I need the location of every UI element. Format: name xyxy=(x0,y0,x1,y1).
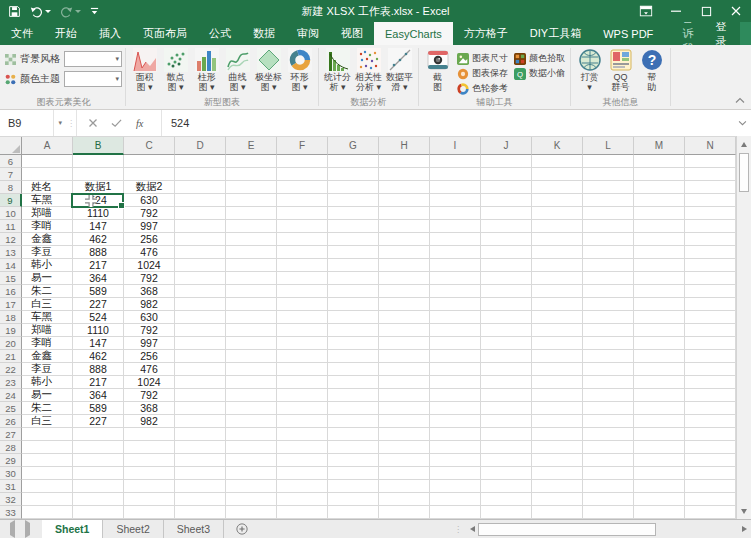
row-header-12[interactable]: 12 xyxy=(0,233,22,246)
cell-A29[interactable] xyxy=(22,454,73,467)
cell-C28[interactable] xyxy=(124,441,175,454)
cell-D26[interactable] xyxy=(175,415,226,428)
cell-L24[interactable] xyxy=(583,389,634,402)
cell-H16[interactable] xyxy=(379,285,430,298)
cell-B10[interactable]: 1110 xyxy=(73,207,124,220)
cell-F31[interactable] xyxy=(277,480,328,493)
cell-F33[interactable] xyxy=(277,506,328,519)
formula-bar-expand-button[interactable] xyxy=(733,110,751,136)
cell-B19[interactable]: 1110 xyxy=(73,324,124,337)
insert-function-icon[interactable]: fx xyxy=(135,117,150,129)
cell-E10[interactable] xyxy=(226,207,277,220)
cell-A10[interactable]: 郑喵 xyxy=(22,207,73,220)
cell-G26[interactable] xyxy=(328,415,379,428)
cell-J28[interactable] xyxy=(481,441,532,454)
cell-C18[interactable]: 630 xyxy=(124,311,175,324)
cell-H21[interactable] xyxy=(379,350,430,363)
cell-J9[interactable] xyxy=(481,194,532,207)
row-header-10[interactable]: 10 xyxy=(0,207,22,220)
cell-G12[interactable] xyxy=(328,233,379,246)
cell-J13[interactable] xyxy=(481,246,532,259)
cell-H20[interactable] xyxy=(379,337,430,350)
cell-M7[interactable] xyxy=(634,168,685,181)
cell-I6[interactable] xyxy=(430,155,481,168)
cell-E12[interactable] xyxy=(226,233,277,246)
tab-WPS PDF[interactable]: WPS PDF xyxy=(592,22,664,45)
cell-J20[interactable] xyxy=(481,337,532,350)
cell-C9[interactable]: 630 xyxy=(124,194,175,207)
cell-B15[interactable]: 364 xyxy=(73,272,124,285)
cell-J19[interactable] xyxy=(481,324,532,337)
column-header-G[interactable]: G xyxy=(328,137,379,155)
ribbon-display-options-button[interactable] xyxy=(631,0,661,22)
cell-C11[interactable]: 997 xyxy=(124,220,175,233)
enter-icon[interactable] xyxy=(111,118,122,128)
sheet-tab-Sheet1[interactable]: Sheet1 xyxy=(42,520,103,538)
cell-B32[interactable] xyxy=(73,493,124,506)
cell-L10[interactable] xyxy=(583,207,634,220)
cell-N26[interactable] xyxy=(685,415,736,428)
cell-B8[interactable]: 数据1 xyxy=(73,181,124,194)
cell-B12[interactable]: 462 xyxy=(73,233,124,246)
row-header-6[interactable]: 6 xyxy=(0,155,22,168)
cell-D16[interactable] xyxy=(175,285,226,298)
cell-D7[interactable] xyxy=(175,168,226,181)
column-header-A[interactable]: A xyxy=(22,137,73,155)
cell-L30[interactable] xyxy=(583,467,634,480)
combobox-背景风格[interactable]: ▾ xyxy=(64,51,122,67)
row-header-13[interactable]: 13 xyxy=(0,246,22,259)
cell-K28[interactable] xyxy=(532,441,583,454)
cell-G29[interactable] xyxy=(328,454,379,467)
cell-C33[interactable] xyxy=(124,506,175,519)
cell-F8[interactable] xyxy=(277,181,328,194)
cell-K18[interactable] xyxy=(532,311,583,324)
cell-C26[interactable]: 982 xyxy=(124,415,175,428)
cell-G25[interactable] xyxy=(328,402,379,415)
cell-G13[interactable] xyxy=(328,246,379,259)
cell-B14[interactable]: 217 xyxy=(73,259,124,272)
cell-A27[interactable] xyxy=(22,428,73,441)
cell-N9[interactable] xyxy=(685,194,736,207)
cell-G15[interactable] xyxy=(328,272,379,285)
cell-M11[interactable] xyxy=(634,220,685,233)
tab-页面布局[interactable]: 页面布局 xyxy=(132,22,198,45)
column-header-M[interactable]: M xyxy=(634,137,685,155)
cell-C22[interactable]: 476 xyxy=(124,363,175,376)
row-header-30[interactable]: 30 xyxy=(0,467,22,480)
cell-A11[interactable]: 李哨 xyxy=(22,220,73,233)
cell-A7[interactable] xyxy=(22,168,73,181)
cell-G23[interactable] xyxy=(328,376,379,389)
name-box[interactable]: B9 ▾ xyxy=(0,110,66,136)
cell-G27[interactable] xyxy=(328,428,379,441)
cell-G9[interactable] xyxy=(328,194,379,207)
cell-F10[interactable] xyxy=(277,207,328,220)
cell-D25[interactable] xyxy=(175,402,226,415)
cell-L19[interactable] xyxy=(583,324,634,337)
cell-C24[interactable]: 792 xyxy=(124,389,175,402)
cell-B9[interactable]: 524 xyxy=(73,194,124,207)
cell-M22[interactable] xyxy=(634,363,685,376)
cell-E32[interactable] xyxy=(226,493,277,506)
cell-N28[interactable] xyxy=(685,441,736,454)
cell-C29[interactable] xyxy=(124,454,175,467)
horizontal-scrollbar[interactable] xyxy=(466,520,751,538)
cell-C15[interactable]: 792 xyxy=(124,272,175,285)
column-header-I[interactable]: I xyxy=(430,137,481,155)
cell-A32[interactable] xyxy=(22,493,73,506)
cell-E18[interactable] xyxy=(226,311,277,324)
cell-I11[interactable] xyxy=(430,220,481,233)
button-统计分析[interactable]: 统计分析 ▾ xyxy=(322,47,353,92)
cell-M20[interactable] xyxy=(634,337,685,350)
cell-G19[interactable] xyxy=(328,324,379,337)
cell-D29[interactable] xyxy=(175,454,226,467)
cell-K7[interactable] xyxy=(532,168,583,181)
tab-开始[interactable]: 开始 xyxy=(44,22,88,45)
cell-H17[interactable] xyxy=(379,298,430,311)
cell-M28[interactable] xyxy=(634,441,685,454)
cell-L28[interactable] xyxy=(583,441,634,454)
cell-E22[interactable] xyxy=(226,363,277,376)
close-button[interactable] xyxy=(721,0,751,22)
cell-G7[interactable] xyxy=(328,168,379,181)
cell-J33[interactable] xyxy=(481,506,532,519)
cell-B24[interactable]: 364 xyxy=(73,389,124,402)
